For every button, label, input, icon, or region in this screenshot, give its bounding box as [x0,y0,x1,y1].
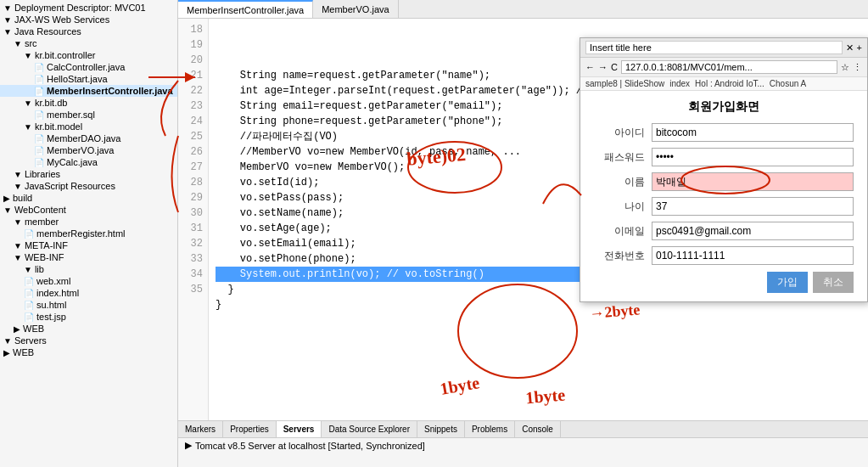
bottom-tab[interactable]: Snippets [417,421,465,437]
tree-item[interactable]: 📄test.jsp [0,311,177,323]
form-row: 전화번호 [594,246,854,265]
tree-item[interactable]: 📄su.html [0,299,177,311]
tree-item[interactable]: 📄memberRegister.html [0,228,177,239]
form-row: 아이디 [594,123,854,142]
browser-url-input[interactable] [621,60,837,74]
form-row: 패스워드 [594,148,854,166]
tree-item-label: CalcController.java [47,62,125,72]
tree-item-icon: ▼ [24,265,32,274]
tree-item-label: Servers [14,335,47,346]
tree-item[interactable]: ▼Java Resources [0,25,177,37]
new-tab-btn[interactable]: + [857,42,862,53]
tree-item[interactable]: ▼JAX-WS Web Services [0,14,177,25]
tree-item[interactable]: 📄HelloStart.java [0,73,177,85]
form-input-나이[interactable] [652,197,854,216]
tree-item-label: memberRegister.html [36,228,126,239]
form-input-이메일[interactable] [652,222,854,240]
browser-settings-icon[interactable]: ⋮ [853,62,862,73]
tree-item[interactable]: 📄CalcController.java [0,61,177,73]
browser-menu-icon[interactable]: ☆ [841,62,849,73]
tree-item-icon: ▼ [14,170,22,179]
tree-item-label: Libraries [25,169,60,179]
form-input-패스워드[interactable] [652,148,854,166]
tree-item[interactable]: ▼member [0,216,177,228]
tab-member-vo[interactable]: MemberVO.java [313,0,398,18]
tree-item[interactable]: ▼WebContent [0,204,177,216]
tree-item-icon: ▼ [3,15,12,25]
tree-item[interactable]: ▼JavaScript Resources [0,180,177,192]
submit-button[interactable]: 가입 [767,272,808,293]
form-label: 아이디 [594,126,645,140]
tree-item[interactable]: ▶WEB [0,323,177,335]
tree-item[interactable]: ▼kr.bit.controller [0,49,177,61]
tree-item[interactable]: ▼Libraries [0,168,177,180]
line-number: 23 [183,98,203,114]
form-input-이름[interactable] [652,172,854,191]
tree-item[interactable]: ▼WEB-INF [0,251,177,263]
tree-item[interactable]: ▼kr.bit.model [0,121,177,132]
tree-item[interactable]: 📄MyCalc.java [0,156,177,168]
tree-item[interactable]: 📄web.xml [0,275,177,287]
form-row: 이름 [594,172,854,191]
tree-item-icon: ▼ [3,3,12,13]
tree-item-label: WebContent [14,205,66,215]
tree-item[interactable]: 📄MemberVO.java [0,144,177,156]
form-row: 이메일 [594,222,854,240]
tree-item-label: member.sql [47,110,95,120]
tree-item[interactable]: 📄index.html [0,287,177,299]
form-label: 나이 [594,200,645,214]
tree-item[interactable]: ▼kr.bit.db [0,97,177,109]
tree-item[interactable]: ▼Servers [0,335,177,346]
browser-content: 회원가입화면 아이디패스워드이름나이이메일전화번호 가입 취소 [580,91,867,301]
forward-btn[interactable]: → [598,62,608,72]
bottom-tab[interactable]: Data Source Explorer [322,421,417,437]
line-number: 26 [183,144,203,160]
bookmark-item[interactable]: Hol : Android IoT... [695,79,764,88]
form-input-전화번호[interactable] [652,246,854,265]
expand-icon[interactable]: ▶ [185,440,192,451]
tree-item[interactable]: ▼lib [0,263,177,275]
tree-item-icon: ▼ [24,122,32,132]
bookmark-item[interactable]: Chosun A [770,79,806,88]
bookmark-item[interactable]: sample8 | SlideShow [585,79,664,88]
bottom-tab[interactable]: Problems [465,421,515,437]
tab-member-insert[interactable]: MemberInsertController.java [178,0,313,18]
line-number: 28 [183,175,203,190]
tree-item-label: WEB-INF [25,252,64,262]
bottom-tab[interactable]: Console [515,421,561,437]
form-label: 이메일 [594,224,645,239]
line-numbers: 181920212223242526272829303132333435 [178,19,209,420]
cancel-button[interactable]: 취소 [813,272,854,293]
tree-item-label: lib [35,264,44,274]
ide-container: ▼Deployment Descriptor: MVC01▼JAX-WS Web… [0,0,868,467]
browser-panel: ✕ + ← → C ☆ ⋮ sample8 | SlideShowindexHo… [580,37,868,302]
form-row: 나이 [594,197,854,216]
bottom-panel: MarkersPropertiesServersData Source Expl… [178,420,868,467]
tree-item[interactable]: ▶WEB [0,346,177,358]
form-label: 전화번호 [594,249,645,263]
bottom-tab[interactable]: Markers [178,421,223,437]
browser-title-input[interactable] [585,41,843,54]
tree-item-label: META-INF [25,240,68,250]
tree-item[interactable]: 📄MemberDAO.java [0,132,177,144]
bookmark-item[interactable]: index [669,79,690,88]
back-btn[interactable]: ← [585,62,595,72]
close-tab-btn[interactable]: ✕ [846,42,854,53]
tree-item[interactable]: ▶build [0,192,177,204]
tree-item-icon: 📄 [24,312,34,322]
tree-item-label: MyCalc.java [47,157,98,167]
browser-titlebar: ✕ + [580,38,867,58]
tree-item-icon: 📄 [24,289,34,298]
tree-item[interactable]: 📄MemberInsertController.java [0,85,177,97]
tree-item[interactable]: ▼src [0,37,177,49]
tree-item[interactable]: 📄member.sql [0,109,177,121]
tree-item-icon: 📄 [34,87,44,96]
bottom-tab[interactable]: Servers [277,421,322,437]
tree-item-icon: ▶ [3,348,10,357]
tree-item[interactable]: ▼Deployment Descriptor: MVC01 [0,2,177,14]
tree-item[interactable]: ▼META-INF [0,239,177,251]
tree-item-icon: 📄 [34,75,44,84]
form-input-아이디[interactable] [652,123,854,142]
refresh-btn[interactable]: C [611,62,618,72]
bottom-tab[interactable]: Properties [223,421,277,437]
